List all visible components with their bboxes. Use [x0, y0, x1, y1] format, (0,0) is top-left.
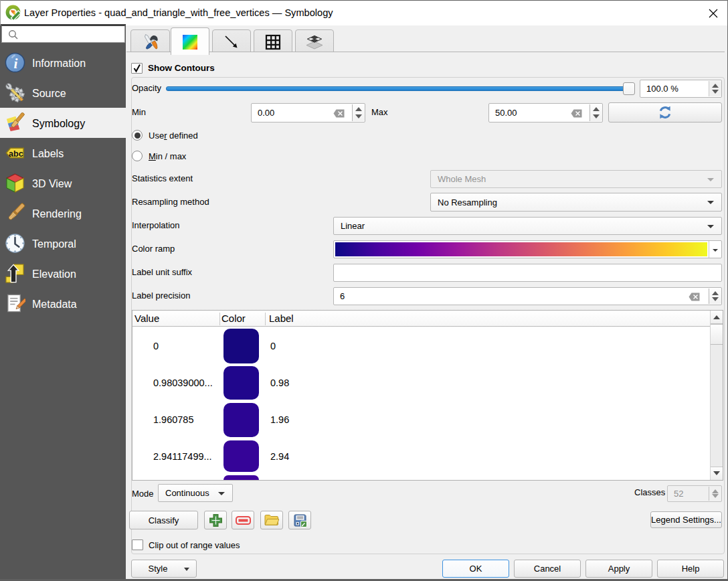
svg-text:i: i: [14, 56, 18, 72]
svg-text:abc: abc: [9, 149, 23, 159]
